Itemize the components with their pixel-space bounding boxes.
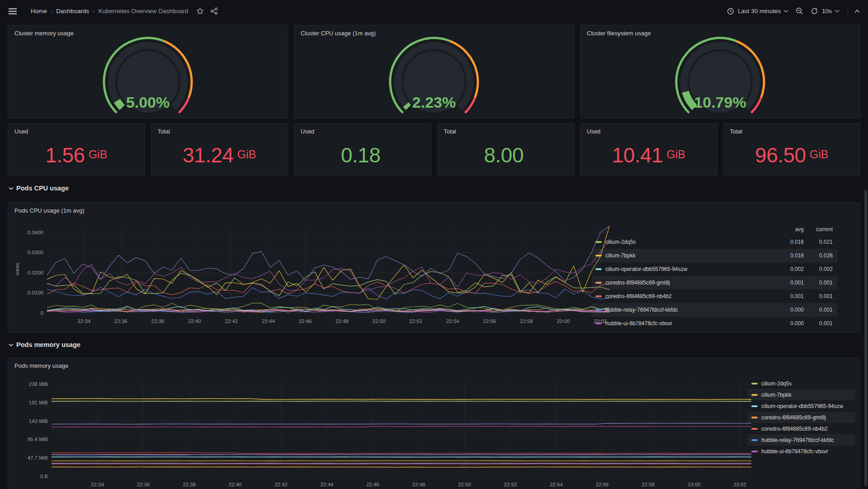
legend-item[interactable]: cilium-2dq5s 0.016 0.021 [592,235,837,249]
svg-text:22:46: 22:46 [299,318,312,324]
series-name: cilium-2dq5s [761,380,792,387]
refresh-icon[interactable] [811,7,818,15]
section-pods-cpu-usage[interactable]: Pods CPU usage [9,181,860,195]
svg-text:2.23%: 2.23% [412,94,456,111]
panel-title[interactable]: Cluster memory usage [8,25,288,37]
chevron-down-icon[interactable] [835,9,840,13]
svg-text:22:52: 22:52 [504,482,517,487]
svg-text:22:34: 22:34 [77,318,90,324]
series-name: cilium-2dq5s [605,239,778,245]
series-color-swatch [595,323,602,324]
svg-text:0.0200: 0.0200 [28,270,43,275]
series-color-swatch [595,255,602,256]
series-name: cilium-operator-dbb557965-94szw [605,266,778,272]
refresh-interval-label[interactable]: 10s [822,8,832,14]
svg-text:23:00: 23:00 [688,482,701,487]
section-chevron-icon[interactable] [9,187,14,190]
legend-header: avg current [592,223,837,235]
legend-item[interactable]: coredns-6f84685c69-gmt8j [748,412,855,423]
panel-title[interactable]: Total [724,123,860,135]
legend-item[interactable]: coredns-6f84685c69-nb4b2 0.001 0.001 [592,290,837,303]
series-avg: 0.001 [778,293,804,299]
legend-item[interactable]: hubble-ui-6b78478cfc-vbsvr 0.000 0.001 [592,317,837,330]
panel-title[interactable]: Pods CPU usage (1m avg) [8,203,860,214]
svg-text:0 B: 0 B [40,474,48,479]
series-current: 0.001 [804,293,833,299]
share-icon[interactable] [210,7,218,15]
svg-text:191 MiB: 191 MiB [29,400,48,405]
svg-text:47.7 MiB: 47.7 MiB [28,455,48,461]
breadcrumb-separator: › [93,8,94,14]
series-color-swatch [751,439,758,441]
legend-item[interactable]: coredns-6f84685c69-gmt8j 0.001 0.001 [592,276,837,290]
breadcrumb-home[interactable]: Home [31,8,47,14]
panel-memory-total: Total 31.24GiB [151,123,288,176]
series-color-swatch [751,405,758,407]
stat-unit: GiB [89,148,108,162]
menu-icon[interactable] [8,8,17,15]
cpu-usage-chart[interactable]: 00.01000.02000.03000.040022:3422:3622:38… [12,221,613,332]
panel-title[interactable]: Total [151,123,288,135]
legend-item[interactable]: cilium-operator-dbb557965-94szw 0.002 0.… [592,262,837,276]
legend-item[interactable]: cilium-7bpkk [748,389,855,400]
panel-filesystem-used: Used 10.41GiB [580,123,717,176]
svg-text:22:58: 22:58 [520,318,533,324]
svg-text:0.0100: 0.0100 [28,290,43,295]
panel-memory-used: Used 1.56GiB [8,123,145,176]
panel-title[interactable]: Used [8,123,145,135]
series-name: coredns-6f84685c69-gmt8j [761,414,826,421]
legend-item[interactable]: hubble-relay-76947fdccf-kkfdc 0.000 0.00… [592,303,837,317]
panel-title[interactable]: Pods memory usage [8,358,860,369]
svg-text:10.79%: 10.79% [694,94,746,111]
legend-sort-avg[interactable]: avg [778,226,804,233]
series-avg: 0.000 [778,320,804,327]
svg-text:22:44: 22:44 [262,318,275,324]
series-current: 0.021 [804,239,833,245]
section-pods-memory-usage[interactable]: Pods memory usage [9,338,860,351]
star-icon[interactable] [196,7,204,15]
legend-item[interactable]: cilium-7bpkk 0.016 0.026 [592,249,837,262]
section-chevron-icon[interactable] [9,343,14,347]
svg-text:22:54: 22:54 [446,318,459,324]
svg-text:0.0400: 0.0400 [28,230,43,235]
series-avg: 0.000 [778,307,804,313]
stat-unit: GiB [810,148,829,162]
breadcrumb-dashboards[interactable]: Dashboards [56,8,89,14]
gauge-row: Cluster memory usage 5.00% Cluster CPU u… [8,25,860,119]
memory-usage-chart[interactable]: 0 B47.7 MiB95.4 MiB143 MiB191 MiB238 MiB… [12,376,758,489]
panel-title[interactable]: Cluster filesystem usage [580,25,860,37]
svg-text:22:42: 22:42 [274,482,288,487]
svg-text:5.00%: 5.00% [126,94,170,111]
panel-pods-memory-usage: Pods memory usage 0 B47.7 MiB95.4 MiB143… [8,357,860,489]
time-range-label[interactable]: Last 30 minutes [738,8,781,14]
legend-sort-current[interactable]: current [804,226,833,233]
legend-item[interactable]: hubble-relay-76947fdccf-kkfdc [748,434,855,446]
series-name: cilium-7bpkk [761,392,792,398]
svg-text:22:58: 22:58 [642,482,655,487]
legend-item[interactable]: coredns-6f84685c69-nb4b2 [748,423,855,434]
panel-title[interactable]: Total [438,123,574,135]
stat-value: 10.41 [612,143,663,167]
series-name: cilium-7bpkk [605,252,778,259]
stat-value: 31.24 [183,143,234,167]
zoom-out-icon[interactable] [796,7,803,15]
chevron-down-icon[interactable] [783,9,788,13]
stat-value: 0.18 [341,143,381,167]
panel-cluster-filesystem-usage: Cluster filesystem usage 10.79% [580,25,860,119]
svg-text:22:38: 22:38 [151,318,164,324]
series-current: 0.001 [804,307,833,313]
panel-title[interactable]: Cluster CPU usage (1m avg) [294,25,574,37]
series-color-swatch [595,241,602,243]
series-name: hubble-ui-6b78478cfc-vbsvr [761,448,828,455]
panel-title[interactable]: Used [294,123,431,135]
stat-row: Used 1.56GiB Total 31.24GiB Used 0.18 To… [8,123,860,176]
panel-title[interactable]: Used [580,123,717,135]
legend-item[interactable]: cilium-2dq5s [748,378,855,389]
legend-item[interactable]: hubble-ui-6b78478cfc-vbsvr [748,446,855,457]
svg-text:22:34: 22:34 [91,482,104,487]
chevron-up-icon[interactable] [854,9,860,13]
svg-text:22:50: 22:50 [458,482,471,487]
legend-item[interactable]: cilium-operator-dbb557965-94szw [748,400,855,412]
cpu-gauge: 2.23% [294,37,574,114]
page-scrollbar[interactable] [864,190,867,486]
